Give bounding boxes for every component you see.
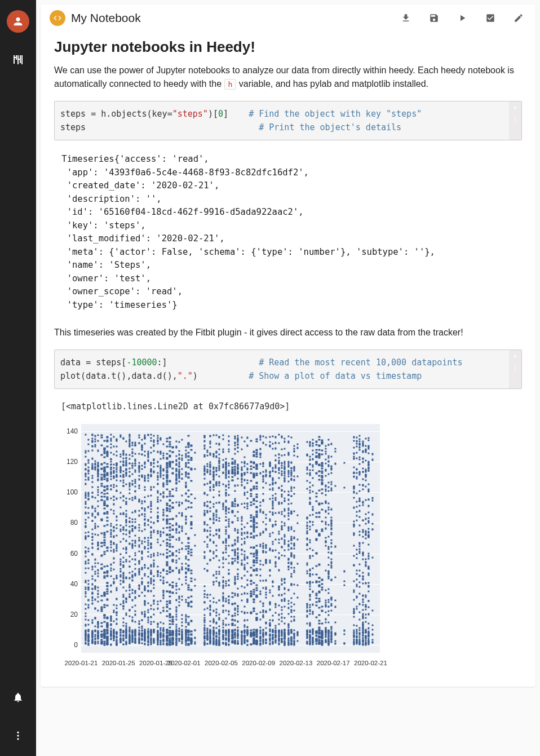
x-tick: 2020-02-09 bbox=[242, 660, 275, 666]
cell-gutter-1 bbox=[509, 101, 521, 140]
run-button[interactable] bbox=[457, 12, 468, 24]
play-small-icon[interactable] bbox=[512, 353, 518, 359]
x-tick: 2020-01-21 bbox=[65, 660, 98, 666]
y-tick: 60 bbox=[59, 550, 78, 558]
download-button[interactable] bbox=[400, 12, 411, 24]
svg-point-8 bbox=[515, 369, 516, 370]
avatar[interactable] bbox=[7, 10, 29, 33]
save-icon bbox=[429, 13, 439, 23]
code-cell-2[interactable]: data = steps[-10000:] # Read the most re… bbox=[54, 350, 522, 389]
cell-gutter-2 bbox=[509, 350, 521, 388]
more-vert-small-icon[interactable] bbox=[512, 116, 519, 123]
y-tick: 140 bbox=[59, 427, 78, 435]
edit-icon bbox=[514, 13, 524, 23]
svg-point-2 bbox=[17, 738, 19, 740]
check-button[interactable] bbox=[485, 12, 496, 24]
more-vert-icon bbox=[12, 730, 24, 741]
main-area: My Notebook Jupyter note bbox=[36, 0, 540, 756]
sidebar bbox=[0, 0, 36, 756]
notebook-content: Jupyter notebooks in Heedy! We can use t… bbox=[41, 32, 535, 687]
y-tick: 0 bbox=[59, 641, 78, 649]
svg-point-0 bbox=[17, 732, 19, 733]
x-tick: 2020-02-17 bbox=[317, 660, 350, 666]
code-icon bbox=[53, 14, 62, 23]
more-vert-small-icon[interactable] bbox=[512, 365, 519, 372]
play-icon bbox=[457, 13, 467, 23]
plot-area bbox=[81, 424, 380, 653]
svg-point-1 bbox=[17, 735, 19, 736]
output-1: Timeseries{'access': 'read', 'app': '439… bbox=[56, 153, 522, 312]
check-box-icon bbox=[485, 13, 495, 23]
header-actions bbox=[400, 12, 524, 24]
notebook-badge bbox=[50, 10, 65, 26]
svg-point-5 bbox=[515, 121, 516, 122]
sidebar-more[interactable] bbox=[7, 724, 29, 747]
play-small-icon[interactable] bbox=[512, 105, 518, 110]
sidebar-tuner[interactable] bbox=[7, 48, 29, 71]
edit-button[interactable] bbox=[513, 12, 524, 24]
y-tick: 120 bbox=[59, 458, 78, 466]
notebook-card: My Notebook Jupyter note bbox=[41, 5, 535, 687]
svg-point-3 bbox=[515, 117, 516, 118]
person-icon bbox=[12, 15, 24, 28]
x-tick: 2020-02-13 bbox=[280, 660, 313, 666]
chart: 0204060801001201402020-01-212020-01-2520… bbox=[59, 422, 386, 670]
intro-paragraph: We can use the power of Jupyter notebook… bbox=[54, 64, 522, 91]
svg-point-4 bbox=[515, 119, 516, 120]
page-title: My Notebook bbox=[71, 11, 400, 25]
y-tick: 80 bbox=[59, 519, 78, 527]
y-tick: 40 bbox=[59, 580, 78, 588]
heading: Jupyter notebooks in Heedy! bbox=[54, 38, 522, 56]
x-tick: 2020-02-05 bbox=[205, 660, 238, 666]
y-tick: 20 bbox=[59, 611, 78, 618]
intro-text-b: variable, and has pylab and matplotlib i… bbox=[236, 79, 428, 89]
mid-paragraph: This timeseries was created by the Fitbi… bbox=[54, 326, 522, 339]
scatter-plot: 0204060801001201402020-01-212020-01-2520… bbox=[59, 422, 386, 670]
inline-code-h: h bbox=[224, 79, 237, 90]
code-cell-1[interactable]: steps = h.objects(key="steps")[0] # Find… bbox=[54, 101, 522, 140]
bell-icon bbox=[12, 692, 24, 703]
output-2: [<matplotlib.lines.Line2D at 0x7fc86677a… bbox=[61, 401, 522, 412]
x-tick: 2020-02-01 bbox=[167, 660, 201, 666]
svg-point-6 bbox=[515, 365, 516, 366]
save-button[interactable] bbox=[428, 12, 440, 24]
tuner-icon bbox=[11, 53, 25, 67]
x-tick: 2020-02-21 bbox=[354, 660, 387, 666]
download-icon bbox=[401, 13, 411, 23]
sidebar-notifications[interactable] bbox=[7, 686, 29, 709]
x-tick: 2020-01-25 bbox=[102, 660, 135, 666]
svg-point-7 bbox=[515, 368, 516, 369]
card-header: My Notebook bbox=[41, 5, 535, 32]
y-tick: 100 bbox=[59, 488, 78, 496]
